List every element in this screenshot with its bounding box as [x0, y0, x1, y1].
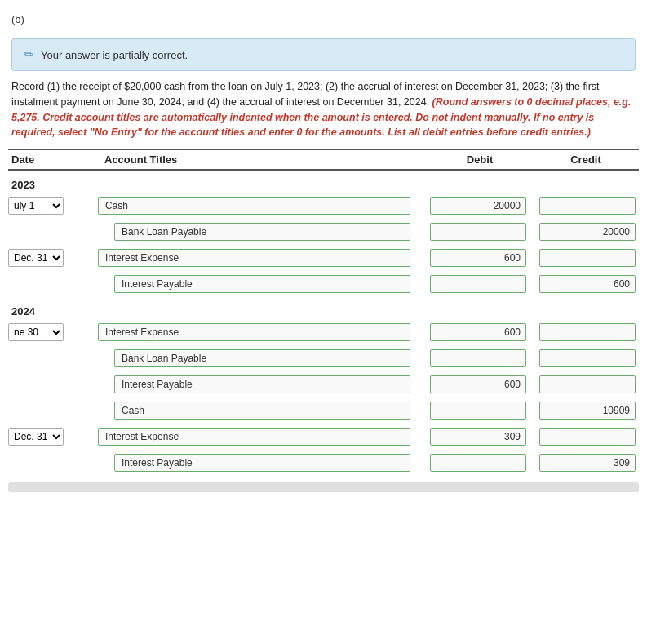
- account-title-input[interactable]: [114, 275, 410, 293]
- account-title-input[interactable]: [114, 375, 410, 393]
- debit-cell: [427, 349, 533, 367]
- header-titles: Account Titles: [98, 153, 427, 166]
- credit-cell: [533, 402, 639, 420]
- title-cell: [98, 454, 427, 472]
- title-cell: [98, 428, 427, 446]
- table-row: ne 30 June 30: [8, 321, 639, 344]
- table-row: [8, 373, 639, 396]
- debit-input[interactable]: [430, 375, 526, 393]
- credit-input[interactable]: [539, 223, 636, 241]
- debit-cell: [427, 323, 533, 341]
- table-row: [8, 451, 639, 474]
- credit-input[interactable]: [539, 197, 636, 215]
- title-cell: [98, 375, 427, 393]
- credit-input[interactable]: [539, 323, 636, 341]
- table-header: Date Account Titles Debit Credit: [8, 149, 639, 171]
- table-row: Dec. 31: [8, 246, 639, 269]
- credit-input[interactable]: [539, 249, 636, 267]
- title-cell: [98, 402, 427, 420]
- account-title-input[interactable]: [114, 223, 410, 241]
- debit-cell: [427, 197, 533, 215]
- header-credit: Credit: [533, 153, 639, 166]
- account-title-input[interactable]: [98, 323, 410, 341]
- credit-cell: [533, 349, 639, 367]
- date-cell: Dec. 31: [8, 428, 98, 446]
- title-cell: [98, 197, 427, 215]
- table-row: uly 1 July 1: [8, 194, 639, 217]
- alert-box: ✏ Your answer is partially correct.: [11, 38, 636, 71]
- title-cell: [98, 275, 427, 293]
- debit-cell: [427, 249, 533, 267]
- table-row: [8, 273, 639, 295]
- date-select-dec31-2024[interactable]: Dec. 31: [8, 428, 64, 446]
- debit-cell: [427, 402, 533, 420]
- debit-input[interactable]: [430, 349, 526, 367]
- credit-input[interactable]: [539, 402, 636, 420]
- debit-input[interactable]: [430, 197, 526, 215]
- table-area: Date Account Titles Debit Credit 2023 ul…: [0, 149, 647, 474]
- table-row: Dec. 31: [8, 425, 639, 448]
- debit-input[interactable]: [430, 402, 526, 420]
- account-title-input[interactable]: [98, 428, 410, 446]
- credit-input[interactable]: [539, 375, 636, 393]
- credit-cell: [533, 275, 639, 293]
- page-wrapper: (b) ✏ Your answer is partially correct. …: [0, 0, 647, 644]
- credit-cell: [533, 323, 639, 341]
- table-row: [8, 347, 639, 370]
- account-title-input[interactable]: [98, 197, 410, 215]
- debit-input[interactable]: [430, 249, 526, 267]
- credit-cell: [533, 375, 639, 393]
- date-cell: ne 30 June 30: [8, 323, 98, 341]
- debit-cell: [427, 454, 533, 472]
- credit-cell: [533, 454, 639, 472]
- credit-input[interactable]: [539, 454, 636, 472]
- date-select-july1[interactable]: uly 1 July 1: [8, 197, 64, 215]
- title-cell: [98, 349, 427, 367]
- credit-input[interactable]: [539, 349, 636, 367]
- debit-cell: [427, 375, 533, 393]
- debit-cell: [427, 223, 533, 241]
- pencil-icon: ✏: [24, 47, 34, 62]
- credit-input[interactable]: [539, 428, 636, 446]
- year-2023-label: 2023: [8, 172, 639, 194]
- account-title-input[interactable]: [114, 402, 410, 420]
- header-debit: Debit: [427, 153, 533, 166]
- table-row: [8, 399, 639, 422]
- alert-message: Your answer is partially correct.: [41, 49, 188, 61]
- instructions: Record (1) the receipt of $20,000 cash f…: [0, 79, 647, 149]
- credit-cell: [533, 428, 639, 446]
- date-cell: Dec. 31: [8, 249, 98, 267]
- debit-input[interactable]: [430, 323, 526, 341]
- debit-input[interactable]: [430, 454, 526, 472]
- title-cell: [98, 249, 427, 267]
- part-label: (b): [0, 8, 647, 32]
- account-title-input[interactable]: [98, 249, 410, 267]
- title-cell: [98, 223, 427, 241]
- year-2024-label: 2024: [8, 299, 639, 321]
- horizontal-scrollbar[interactable]: [8, 482, 639, 492]
- debit-input[interactable]: [430, 275, 526, 293]
- debit-input[interactable]: [430, 428, 526, 446]
- debit-cell: [427, 275, 533, 293]
- credit-cell: [533, 197, 639, 215]
- date-select-june30[interactable]: ne 30 June 30: [8, 323, 64, 341]
- account-title-input[interactable]: [114, 454, 410, 472]
- credit-cell: [533, 249, 639, 267]
- debit-input[interactable]: [430, 223, 526, 241]
- table-row: [8, 220, 639, 243]
- date-select-dec31-2023[interactable]: Dec. 31: [8, 249, 64, 267]
- debit-cell: [427, 428, 533, 446]
- credit-cell: [533, 223, 639, 241]
- date-cell: uly 1 July 1: [8, 197, 98, 215]
- account-title-input[interactable]: [114, 349, 410, 367]
- credit-input[interactable]: [539, 275, 636, 293]
- header-date: Date: [8, 153, 98, 166]
- title-cell: [98, 323, 427, 341]
